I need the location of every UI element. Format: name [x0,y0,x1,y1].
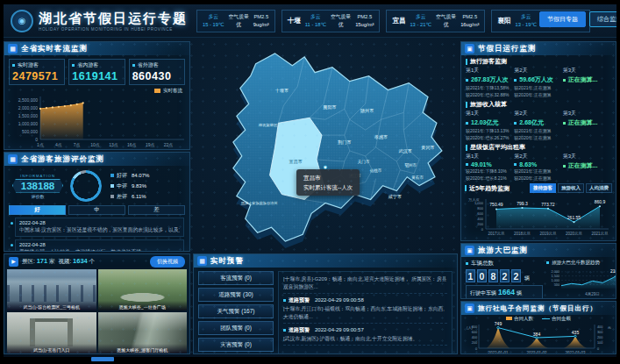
panel-header: ▦ 实时预警 [194,254,457,268]
bus-running: 行驶中车辆1664辆 [466,285,543,299]
panel-title: 旅行社电子合同监测（节假日出行） [478,304,597,313]
legend-people: 合同人数 [506,316,533,322]
tooltip-city: 宜昌市 [303,173,353,182]
alert-time: 2022-04-29 09:00:58 [315,297,364,303]
day-value: 正在测算... [568,161,598,170]
panel-title: 实时预警 [210,256,244,267]
stat-label: 实时游客 [18,61,39,69]
holiday-day: 第2天 2.68亿元 较2021年:正在测算 较2020年:正在测算 [514,110,562,141]
panel-bus: ▣ 旅游大巴监测 车辆总数 10822辆 行驶中车辆1664辆 旅游大巴北斗数据… [460,243,616,299]
day-label: 第3天 [563,110,611,118]
svg-text:1,500: 1,500 [551,275,559,278]
trend-tab[interactable]: 人均消费 [586,183,612,193]
bus-total-label: 车辆总数 [466,260,543,268]
review-count-label: 评价数 [9,194,67,199]
review-donut-chart [70,170,102,202]
svg-text:2021元旦: 2021元旦 [591,231,609,236]
trend-section: 近5年趋势监测 接待游客旅游收入人均消费 万人次02004006008001,0… [461,182,616,241]
weather-pm25: 15ug/m³ [355,21,374,29]
stat-card: 省外游客 860430 [129,59,185,85]
bus-body: 车辆总数 10822辆 行驶中车辆1664辆 旅游大巴北斗数据趋势 5001,0… [461,257,616,299]
switch-video-button[interactable]: 切换视频 [150,256,185,268]
map-city-label: 宜昌市 [289,159,303,165]
map-city-label: 神农架林区 [258,123,278,127]
camera-tile[interactable]: 恩施大峡谷_游客门厅枪机 [98,312,188,353]
weather-aqi: 优 [436,21,456,29]
svg-text:500: 500 [554,283,559,287]
alert-tab[interactable]: 天气预警 (167) [198,304,274,318]
five-year-trend-chart: 万人次02004006008001,000750.492017元旦799.320… [465,194,614,241]
svg-text:0: 0 [475,347,477,351]
day-compare-2020: 较2020年:正在测算 [514,175,562,182]
day-compare-2021: 较2021年:下降13.13% [466,128,514,135]
legend-amount: 合同金额 [542,316,571,322]
holiday-day: 第3天 正在测算... [563,67,611,98]
alert-tab[interactable]: 团队预警 (0) [198,321,274,335]
alert-tab[interactable]: 道路预警 (30) [198,288,274,302]
day-label: 第3天 [563,153,611,161]
svg-text:1,000: 1,000 [474,201,484,205]
camera-tile[interactable]: 恩施大峡谷_一炷香广场 [98,269,188,310]
monitor-icon: ▣ [465,246,474,255]
alert-item[interactable]: [十堰市,房县]-G209：畅通；南向北,迎宾大道附近拥堵， 所属景区：房县观音… [283,274,447,294]
holiday-day: 第1天 267.83万人次 较2021年:下降13.58% 较2020年:增长3… [466,67,514,98]
svg-text:16点: 16点 [127,142,137,147]
trend-tab[interactable]: 旅游收入 [558,183,584,193]
monitor-icon: ▣ [465,303,474,313]
header-button[interactable]: 节假日专题 [539,11,586,27]
alert-item[interactable]: 道路预警2022-04-29 09:00:58 [十堰市,丹江口市]-福银线：双… [283,294,447,324]
day-value: 正在测算... [568,75,598,84]
alert-tab[interactable]: 灾害预警 (0) [198,338,274,352]
alert-item[interactable]: 道路预警2022-04-29 09:00:57 [武汉市,新洲区]-沪蓉线：畅通… [283,324,447,346]
monitor-icon: ▣ [465,44,474,54]
review-list: 2022-04-28 中国水城·汉宫景区：景区还是很不错的，景区里面的表演比较多… [4,217,189,252]
review-text: 黄鹤楼公园：人比较多，建议错峰出行，整体体验不错 [19,248,180,252]
stat-label: 省外游客 [138,61,159,69]
trend-tab[interactable]: 接待游客 [530,183,556,193]
camera-tile[interactable]: 武当山-琼台检票区_三号枪机 [7,269,96,310]
svg-text:773.72: 773.72 [541,202,555,207]
stat-card: 实时游客 2479571 [9,59,65,85]
panel-header: ▣ 节假日运行监测 [461,42,616,55]
weather-aqi: 优 [229,21,249,29]
alert-type: 道路预警 [289,326,310,334]
day-compare-2021: 较2021年:正在测算 [514,168,562,175]
legend-item: 好评 84.07% [110,172,185,180]
map-city-label: 荆门市 [338,139,351,145]
alert-time: 2022-04-29 09:00:57 [315,327,364,332]
holiday-day: 第3天 正在测算... [563,153,611,182]
camera-caption: 武当山-玄岳门入口 [7,344,96,353]
review-tab[interactable]: 中 [68,205,125,215]
svg-text:800: 800 [477,206,483,211]
map-city-label: 武汉市 [399,148,412,154]
day-label: 第2天 [514,67,562,75]
alert-tab[interactable]: 客流预警 (0) [198,271,274,285]
camera-tile[interactable]: 武当山-玄岳门入口 [7,312,96,353]
alert-type: 道路预警 [289,296,310,304]
holiday-section: 星级饭店平均出租率 第1天 49.01% 较2021年:下降8.10% 较202… [461,141,616,182]
svg-text:元: 元 [608,325,611,330]
alert-text: [十堰市,房县]-G209：畅通；南向北,迎宾大道附近拥堵， 所属景区：房县观音… [283,275,447,291]
trend-tabs: 接待游客旅游收入人均消费 [530,183,612,193]
panel-reviews: ▦ 全省游客旅游评价监测 INFORMATION 138188 评价数 好评 8… [4,152,190,252]
review-tab[interactable]: 好 [9,205,66,215]
day-value: 267.83万人次 [471,75,508,84]
review-tab[interactable]: 差 [128,205,185,215]
svg-text:2022-01-03: 2022-01-03 [565,351,586,354]
header-button[interactable]: 综合监测 [589,11,616,27]
svg-text:2,000: 2,000 [551,270,559,274]
svg-text:0: 0 [481,227,484,232]
weather-temp: 11 - 18℃ [305,21,326,29]
province-map[interactable]: 十堰市襄阳市随州市神农架林区宜昌市荆门市孝感市武汉市黄冈市恩施土家族苗族自治州天… [193,39,458,255]
contract-chart: (人)元020040060080001002003004007492022-01… [463,322,614,354]
map-city-label: 孝感市 [374,134,388,139]
trend-header: 近5年趋势监测 接待游客旅游收入人均消费 [465,183,612,193]
svg-text:2017元旦: 2017元旦 [488,231,505,236]
digit-cell: 2 [511,269,521,282]
camera-icon: ▶ [9,257,18,267]
weather-city: 十堰 [288,17,301,25]
day-compare-2020: 较2020年:正在测算 [514,92,562,99]
svg-text:600: 600 [472,331,477,334]
contract-legend: 合同人数 合同金额 [461,315,616,322]
header-bar: ◉ 湖北省节假日运行专题 HOLIDAY OPERATION MONITORIN… [4,4,616,38]
